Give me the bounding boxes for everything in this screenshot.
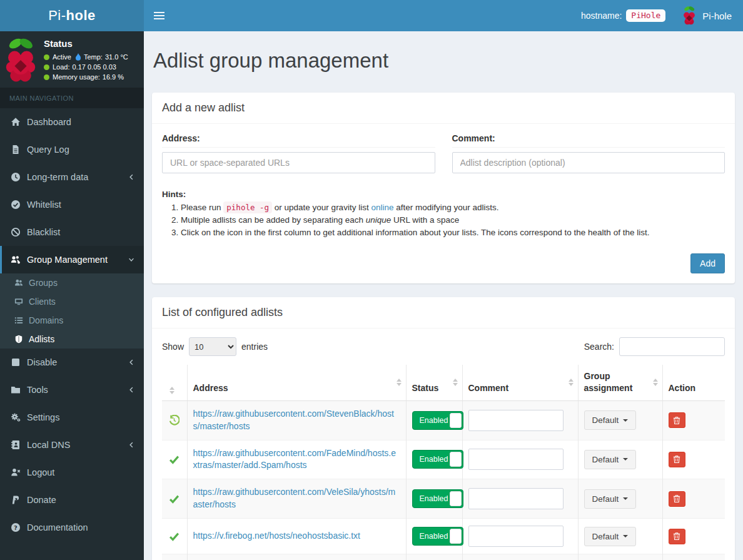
table-row: https://raw.githubusercontent.com/Polish… — [162, 554, 725, 560]
brand-header[interactable]: Pi-hole — [0, 0, 144, 31]
status-toggle[interactable]: Enabled — [412, 411, 463, 430]
sidebar-item-groups[interactable]: Groups — [0, 273, 144, 292]
status-load-line: Load: 0.17 0.05 0.03 — [44, 62, 128, 72]
chevron-down-icon — [128, 256, 135, 263]
sidebar-item-settings[interactable]: Settings — [0, 404, 144, 431]
caret-down-icon — [623, 535, 628, 537]
delete-button[interactable] — [669, 412, 685, 428]
users-icon — [13, 278, 24, 287]
add-adlist-panel: Add a new adlist Address: Comment: Hints… — [152, 93, 735, 283]
column-header-group[interactable]: Group assignment — [578, 365, 662, 400]
sidebar-item-documentation[interactable]: ? Documentation — [0, 514, 144, 541]
row-comment-input[interactable] — [468, 449, 564, 470]
group-assignment-dropdown[interactable]: Default — [584, 489, 637, 509]
chevron-left-icon — [128, 359, 135, 366]
group-assignment-dropdown[interactable]: Default — [584, 410, 637, 430]
sort-icon[interactable] — [397, 379, 402, 386]
address-input[interactable] — [162, 152, 435, 173]
status-toggle[interactable]: Enabled — [412, 489, 463, 508]
stop-icon — [9, 357, 22, 367]
sidebar-item-tools[interactable]: Tools — [0, 376, 144, 404]
search-input[interactable] — [619, 337, 725, 356]
shield-icon — [13, 335, 24, 344]
toggle-knob — [450, 491, 462, 506]
sidebar-item-dashboard[interactable]: Dashboard — [0, 108, 144, 136]
question-circle-icon: ? — [9, 522, 22, 532]
status-toggle[interactable]: Enabled — [412, 450, 463, 469]
hint-item: Please run pihole -g or update your grav… — [181, 201, 725, 214]
search-label: Search: — [584, 342, 614, 352]
sort-icon[interactable] — [169, 387, 174, 394]
column-header-comment[interactable]: Comment — [462, 365, 578, 400]
check-icon[interactable] — [168, 454, 181, 465]
group-assignment-dropdown[interactable]: Default — [584, 527, 637, 546]
column-header-status[interactable]: Status — [406, 365, 462, 400]
status-toggle[interactable]: Enabled — [412, 527, 463, 546]
address-book-icon — [9, 440, 22, 450]
add-panel-title: Add a new adlist — [152, 93, 735, 124]
toggle-knob — [450, 529, 462, 544]
sidebar-item-logout[interactable]: Logout — [0, 459, 144, 486]
add-button[interactable]: Add — [690, 253, 725, 273]
adlist-url-link[interactable]: https://v.firebog.net/hosts/neohostsbasi… — [193, 531, 360, 541]
delete-button[interactable] — [669, 529, 685, 544]
user-times-icon — [9, 467, 22, 477]
desktop-icon — [13, 297, 24, 306]
sort-icon[interactable] — [569, 379, 574, 386]
delete-button[interactable] — [669, 452, 685, 467]
sidebar-item-adlists[interactable]: Adlists — [0, 330, 144, 349]
table-row: https://raw.githubusercontent.com/Steven… — [162, 400, 725, 440]
app-name[interactable]: Pi-hole — [702, 11, 732, 21]
sidebar-item-query-log[interactable]: Query Log — [0, 136, 144, 163]
table-row: https://v.firebog.net/hosts/neohostsbasi… — [162, 519, 725, 554]
trash-icon — [673, 532, 680, 541]
caret-down-icon — [623, 497, 628, 500]
sort-icon[interactable] — [653, 379, 658, 386]
sidebar-item-donate[interactable]: Donate — [0, 486, 144, 514]
adlist-url-link[interactable]: https://raw.githubusercontent.com/VeleSi… — [193, 487, 396, 509]
check-icon[interactable] — [168, 531, 181, 542]
caret-down-icon — [623, 458, 628, 461]
hostname-label: hostname: — [581, 11, 622, 21]
entries-label: entries — [241, 342, 268, 352]
pihole-logo-small — [682, 5, 697, 26]
comment-input[interactable] — [452, 152, 725, 173]
column-header-action: Action — [662, 365, 725, 400]
sidebar-item-group-management[interactable]: Group Management — [0, 246, 144, 273]
check-icon[interactable] — [168, 494, 181, 504]
sidebar-item-long-term-data[interactable]: Long-term data — [0, 163, 144, 191]
toggle-knob — [450, 452, 462, 467]
sidebar-item-domains[interactable]: Domains — [0, 311, 144, 330]
sort-icon[interactable] — [453, 379, 458, 386]
sidebar-item-whitelist[interactable]: Whitelist — [0, 191, 144, 218]
folder-icon — [9, 385, 22, 395]
sidebar-item-blacklist[interactable]: Blacklist — [0, 218, 144, 246]
page-size-select[interactable]: 10 — [189, 337, 236, 356]
adlist-url-link[interactable]: https://raw.githubusercontent.com/FadeMi… — [193, 448, 397, 471]
history-icon[interactable] — [168, 415, 181, 425]
table-row: https://raw.githubusercontent.com/VeleSi… — [162, 479, 725, 519]
ban-icon — [9, 227, 22, 237]
page-title: Adlist group management — [153, 49, 734, 73]
status-active-line: Active Temp: 31.0 °C — [44, 52, 128, 62]
column-header-address[interactable]: Address — [187, 365, 406, 400]
brand-name: Pi-hole — [48, 8, 96, 24]
sidebar-item-disable[interactable]: Disable — [0, 349, 144, 376]
status-dot-icon — [44, 64, 49, 70]
clock-icon — [9, 172, 22, 182]
online-link[interactable]: online — [371, 203, 393, 212]
status-panel: Status Active Temp: 31.0 °C Load: 0.17 0… — [0, 31, 144, 88]
delete-button[interactable] — [669, 491, 685, 507]
hints-block: Hints: Please run pihole -g or update yo… — [162, 190, 725, 239]
adlist-url-link[interactable]: https://raw.githubusercontent.com/Steven… — [193, 409, 394, 431]
sidebar-item-clients[interactable]: Clients — [0, 292, 144, 311]
group-assignment-dropdown[interactable]: Default — [584, 450, 637, 469]
row-comment-input[interactable] — [468, 526, 564, 547]
chevron-left-icon — [128, 441, 135, 449]
nav-section-header: MAIN NAVIGATION — [0, 88, 144, 108]
sidebar-toggle-button[interactable] — [144, 0, 174, 31]
address-label: Address: — [162, 133, 435, 148]
row-comment-input[interactable] — [468, 488, 564, 509]
row-comment-input[interactable] — [468, 410, 564, 431]
sidebar-item-local-dns[interactable]: Local DNS — [0, 431, 144, 459]
